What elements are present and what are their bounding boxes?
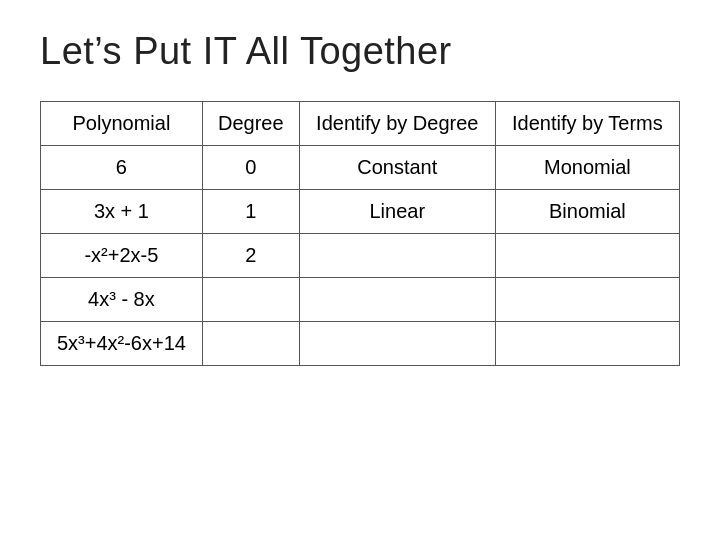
table-row: 5x³+4x²-6x+14 bbox=[41, 322, 680, 366]
cell-id-degree-1: Linear bbox=[299, 190, 495, 234]
cell-polynomial-3: 4x³ - 8x bbox=[41, 278, 203, 322]
header-degree: Degree bbox=[202, 102, 299, 146]
cell-polynomial-0: 6 bbox=[41, 146, 203, 190]
cell-id-terms-1: Binomial bbox=[495, 190, 679, 234]
table-row: 3x + 1 1 Linear Binomial bbox=[41, 190, 680, 234]
cell-id-degree-0: Constant bbox=[299, 146, 495, 190]
cell-polynomial-1: 3x + 1 bbox=[41, 190, 203, 234]
cell-degree-2: 2 bbox=[202, 234, 299, 278]
polynomial-table: Polynomial Degree Identify by Degree Ide… bbox=[40, 101, 680, 366]
cell-id-terms-2 bbox=[495, 234, 679, 278]
cell-degree-1: 1 bbox=[202, 190, 299, 234]
cell-id-degree-2 bbox=[299, 234, 495, 278]
cell-id-terms-0: Monomial bbox=[495, 146, 679, 190]
cell-polynomial-4: 5x³+4x²-6x+14 bbox=[41, 322, 203, 366]
table-row: 4x³ - 8x bbox=[41, 278, 680, 322]
cell-degree-3 bbox=[202, 278, 299, 322]
cell-id-degree-3 bbox=[299, 278, 495, 322]
header-polynomial: Polynomial bbox=[41, 102, 203, 146]
header-identify-by-degree: Identify by Degree bbox=[299, 102, 495, 146]
cell-degree-4 bbox=[202, 322, 299, 366]
cell-id-terms-4 bbox=[495, 322, 679, 366]
table-row: 6 0 Constant Monomial bbox=[41, 146, 680, 190]
main-table-container: Polynomial Degree Identify by Degree Ide… bbox=[40, 101, 680, 366]
header-identify-by-terms: Identify by Terms bbox=[495, 102, 679, 146]
cell-polynomial-2: -x²+2x-5 bbox=[41, 234, 203, 278]
page-title: Let’s Put IT All Together bbox=[40, 30, 452, 73]
cell-degree-0: 0 bbox=[202, 146, 299, 190]
cell-id-terms-3 bbox=[495, 278, 679, 322]
cell-id-degree-4 bbox=[299, 322, 495, 366]
table-row: -x²+2x-5 2 bbox=[41, 234, 680, 278]
table-header-row: Polynomial Degree Identify by Degree Ide… bbox=[41, 102, 680, 146]
